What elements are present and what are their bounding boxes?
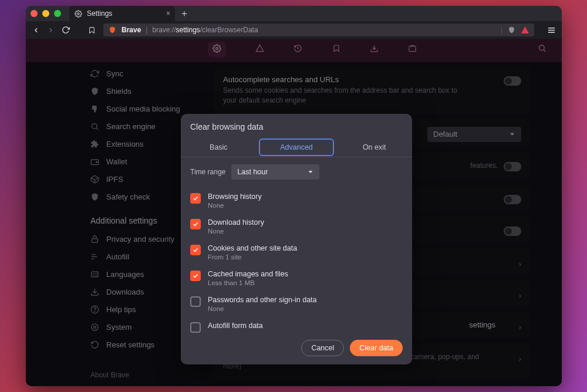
browser-window: Settings × ＋ Brave | brave://settings/cl… [26, 6, 562, 386]
modal-buttons: Cancel Clear data [181, 335, 412, 356]
checkbox[interactable] [190, 245, 201, 255]
svg-point-0 [77, 12, 79, 14]
item-title: Passwords and other sign-in data [208, 296, 317, 304]
browser-tab[interactable]: Settings × [69, 6, 175, 21]
checkbox[interactable] [190, 193, 201, 204]
modal-title: Clear browsing data [181, 114, 412, 137]
modal-tab-onexit[interactable]: On exit [336, 137, 412, 157]
window-close-button[interactable] [31, 10, 38, 17]
item-title: Cookies and other site data [208, 244, 297, 252]
modal-tab-basic[interactable]: Basic [181, 137, 257, 157]
item-sub: None [208, 228, 264, 235]
content-area: Sync Shields Social media blocking Searc… [26, 39, 562, 386]
item-title: Browsing history [208, 192, 262, 201]
shield-badge-icon[interactable] [507, 26, 516, 35]
svg-marker-30 [309, 171, 313, 173]
window-minimize-button[interactable] [42, 10, 49, 17]
list-item[interactable]: Cached images and filesLess than 1 MB [190, 265, 403, 291]
time-range-row: Time range Last hour [181, 157, 412, 187]
time-range-select[interactable]: Last hour [231, 164, 319, 180]
titlebar: Settings × ＋ [26, 6, 562, 21]
tab-title: Settings [87, 9, 112, 18]
url-toolbar: Brave | brave://settings/clearBrowserDat… [26, 21, 562, 39]
list-item[interactable]: Autofill form data [190, 317, 403, 333]
checkbox[interactable] [190, 219, 201, 229]
url-scheme: brave:// [152, 26, 176, 34]
brave-shield-icon [108, 26, 117, 35]
item-sub: From 1 site [208, 254, 297, 261]
reload-icon[interactable] [61, 26, 70, 35]
list-item[interactable]: Cookies and other site dataFrom 1 site [190, 239, 403, 265]
url-path-rest: /clearBrowserData [200, 26, 258, 34]
back-icon[interactable] [32, 26, 41, 35]
close-tab-icon[interactable]: × [166, 9, 170, 18]
item-title: Cached images and files [208, 270, 288, 278]
url-path-bold: settings [176, 26, 200, 34]
modal-tab-advanced[interactable]: Advanced [259, 138, 335, 156]
gear-icon [74, 9, 83, 18]
clear-data-list: Browsing historyNone Download historyNon… [181, 187, 412, 335]
item-title: Autofill form data [208, 322, 263, 330]
item-sub: None [208, 202, 262, 209]
time-range-value: Last hour [237, 168, 268, 176]
window-maximize-button[interactable] [54, 10, 61, 17]
item-sub: None [208, 305, 317, 312]
list-item[interactable]: Download historyNone [190, 214, 403, 239]
menu-icon[interactable] [547, 26, 556, 35]
checkbox[interactable] [190, 271, 201, 281]
time-range-label: Time range [190, 168, 225, 176]
item-sub: Less than 1 MB [208, 279, 288, 286]
url-brand: Brave [122, 26, 141, 34]
new-tab-button[interactable]: ＋ [180, 9, 189, 18]
bookmark-icon[interactable] [87, 26, 96, 35]
rewards-icon[interactable] [521, 26, 529, 35]
list-item[interactable]: Passwords and other sign-in dataNone [190, 291, 403, 317]
svg-marker-1 [521, 26, 529, 33]
url-bar[interactable]: Brave | brave://settings/clearBrowserDat… [103, 23, 534, 36]
checkbox[interactable] [190, 296, 201, 307]
item-title: Download history [208, 218, 264, 227]
clear-data-button[interactable]: Clear data [350, 340, 403, 356]
checkbox[interactable] [190, 322, 201, 333]
clear-data-dialog: Clear browsing data Basic Advanced On ex… [181, 114, 412, 364]
list-item[interactable]: Browsing historyNone [190, 188, 403, 214]
forward-icon [46, 26, 55, 35]
cancel-button[interactable]: Cancel [301, 340, 344, 356]
modal-tabs: Basic Advanced On exit [181, 137, 412, 157]
